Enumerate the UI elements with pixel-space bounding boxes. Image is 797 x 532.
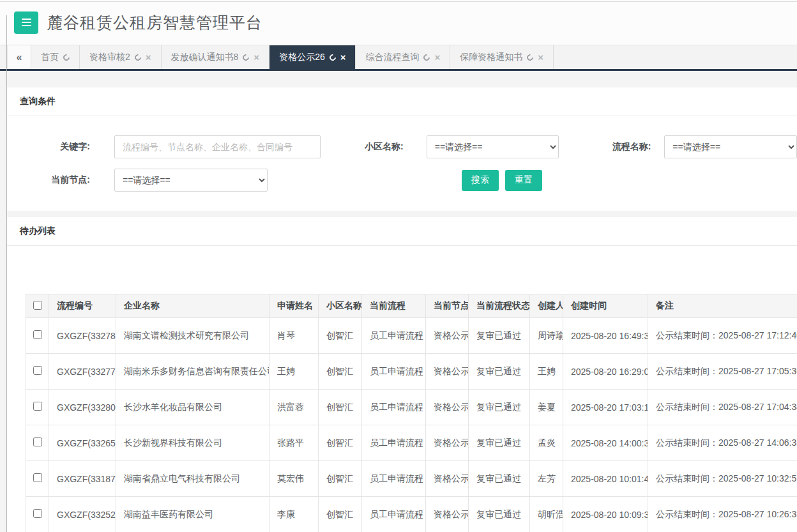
cell-remark: 公示结束时间：2025-08-27 17:12:40	[648, 318, 797, 354]
todo-panel-title: 待办列表	[7, 217, 797, 246]
cell-remark: 公示结束时间：2025-08-27 10:32:51	[648, 461, 797, 497]
col-header-current-process: 当前流程	[362, 294, 426, 318]
tab-issue-confirmation-notice[interactable]: 发放确认通知书8	[162, 45, 270, 69]
tab-guarantee-qualification-notice[interactable]: 保障资格通知书	[450, 45, 554, 69]
cell-creator: 胡昕浩	[530, 497, 563, 532]
cell-process-no: GXGZF(33278)	[49, 318, 116, 354]
col-header-creator: 创建人	[530, 294, 563, 318]
row-checkbox[interactable]	[33, 437, 42, 446]
cell-process-status: 复审已通过	[469, 425, 530, 461]
cell-current-process: 员工申请流程	[362, 425, 426, 461]
table-row: GXGZF(33265) 长沙新视界科技有限公司 张路平 创智汇 员工申请流程 …	[26, 425, 797, 461]
cell-community: 创智汇	[319, 425, 362, 461]
cell-creator: 左芳	[530, 461, 563, 497]
col-header-process-status: 当前流程状态	[469, 294, 530, 318]
cell-process-status: 复审已通过	[469, 354, 530, 390]
tab-home[interactable]: 首页	[31, 45, 80, 69]
row-checkbox[interactable]	[33, 473, 42, 482]
tab-bar: 首页 资格审核2 发放确认通知书8 资格公示26 综合流程查询 保障资格通知书	[0, 45, 797, 71]
content-left-divider	[6, 15, 7, 532]
keyword-input[interactable]	[114, 135, 321, 158]
table-row: GXGZF(33187) 湖南省鼎立电气科技有限公司 莫宏伟 创智汇 员工申请流…	[26, 461, 797, 497]
row-checkbox[interactable]	[33, 509, 42, 518]
cell-community: 创智汇	[319, 461, 362, 497]
cell-process-no: GXGZF(33252)	[49, 497, 116, 532]
row-checkbox[interactable]	[33, 330, 42, 339]
refresh-icon[interactable]	[328, 52, 337, 61]
cell-applicant: 莫宏伟	[269, 461, 319, 497]
table-row: GXGZF(33277) 湖南米乐多财务信息咨询有限责任公司 王娉 创智汇 员工…	[26, 354, 797, 390]
page-title: 麓谷租赁公租房智慧管理平台	[47, 12, 262, 33]
cell-creator: 王娉	[530, 354, 563, 390]
col-header-remark: 备注	[648, 294, 797, 318]
community-select[interactable]: ==请选择==	[427, 135, 559, 158]
search-button[interactable]: 搜索	[462, 170, 499, 191]
cell-current-process: 员工申请流程	[362, 318, 426, 354]
refresh-icon[interactable]	[422, 52, 431, 61]
cell-applicant: 肖琴	[269, 318, 319, 354]
cell-process-no: GXGZF(33265)	[49, 425, 116, 461]
cell-remark: 公示结束时间：2025-08-27 14:06:37	[648, 425, 797, 461]
table-header-row: 流程编号 企业名称 申请姓名 小区名称 当前流程 当前节点 当前流程状态 创建人…	[26, 294, 797, 318]
close-icon[interactable]	[254, 52, 259, 62]
cell-process-no: GXGZF(33277)	[49, 354, 116, 390]
cell-process-status: 复审已通过	[469, 461, 530, 497]
close-icon[interactable]	[538, 52, 543, 62]
cell-applicant: 王娉	[269, 354, 319, 390]
refresh-icon[interactable]	[62, 52, 71, 61]
menu-toggle-button[interactable]	[14, 11, 38, 34]
query-conditions-panel: 查询条件 关键字: 小区名称: ==请选择== 流程名称: ==请选择== 当前…	[7, 87, 797, 211]
current-node-select[interactable]: ==请选择==	[114, 169, 268, 192]
cell-current-process: 员工申请流程	[362, 390, 426, 425]
cell-created-time: 2025-08-20 17:03:14	[563, 390, 648, 425]
tab-qualification-publicity-active[interactable]: 资格公示26	[269, 45, 356, 69]
cell-applicant: 李康	[269, 497, 319, 532]
window-top-divider	[0, 1, 797, 2]
cell-process-status: 复审已通过	[469, 497, 530, 532]
cell-company: 长沙水羊化妆品有限公司	[116, 390, 269, 425]
tab-label: 保障资格通知书	[460, 52, 522, 63]
close-icon[interactable]	[434, 52, 440, 62]
cell-company: 湖南米乐多财务信息咨询有限责任公司	[116, 354, 269, 390]
cell-created-time: 2025-08-20 16:29:09	[563, 354, 648, 390]
close-icon[interactable]	[146, 52, 151, 62]
cell-applicant: 洪富蓉	[269, 390, 319, 425]
cell-created-time: 2025-08-20 10:09:36	[563, 497, 648, 532]
cell-created-time: 2025-08-20 16:49:31	[563, 318, 648, 354]
cell-current-node: 资格公示	[426, 354, 469, 390]
keyword-label: 关键字:	[7, 141, 90, 153]
tab-qualification-review[interactable]: 资格审核2	[80, 45, 162, 69]
col-header-applicant: 申请姓名	[269, 294, 319, 318]
collapse-tabs-button[interactable]	[7, 45, 31, 69]
tab-label: 首页	[41, 52, 59, 63]
community-name-label: 小区名称:	[321, 141, 404, 153]
cell-current-process: 员工申请流程	[362, 354, 426, 390]
close-icon[interactable]	[340, 52, 346, 62]
cell-process-no: GXGZF(33280)	[49, 390, 116, 425]
tab-label: 发放确认通知书8	[171, 52, 239, 63]
row-checkbox[interactable]	[33, 366, 42, 375]
cell-company: 湖南文谱检测技术研究有限公司	[116, 318, 269, 354]
col-header-process-no: 流程编号	[49, 294, 116, 318]
cell-current-node: 资格公示	[426, 390, 469, 425]
cell-creator: 周诗瑜	[530, 318, 563, 354]
cell-process-no: GXGZF(33187)	[49, 461, 116, 497]
double-chevron-left-icon	[17, 52, 22, 63]
tab-comprehensive-process-query[interactable]: 综合流程查询	[356, 45, 450, 69]
refresh-icon[interactable]	[241, 52, 250, 61]
row-checkbox[interactable]	[33, 402, 42, 411]
reset-button[interactable]: 重置	[505, 170, 542, 191]
select-all-checkbox[interactable]	[33, 301, 42, 310]
cell-creator: 孟炎	[530, 425, 563, 461]
col-header-created-time: 创建时间	[563, 294, 648, 318]
refresh-icon[interactable]	[133, 52, 142, 61]
refresh-icon[interactable]	[526, 52, 535, 61]
col-header-company: 企业名称	[116, 294, 269, 318]
cell-current-process: 员工申请流程	[362, 461, 426, 497]
process-select[interactable]: ==请选择==	[664, 135, 797, 158]
query-panel-title: 查询条件	[7, 87, 797, 116]
cell-remark: 公示结束时间：2025-08-27 17:04:34	[648, 390, 797, 425]
cell-process-status: 复审已通过	[469, 318, 530, 354]
cell-current-node: 资格公示	[426, 425, 469, 461]
cell-company: 湖南省鼎立电气科技有限公司	[116, 461, 269, 497]
